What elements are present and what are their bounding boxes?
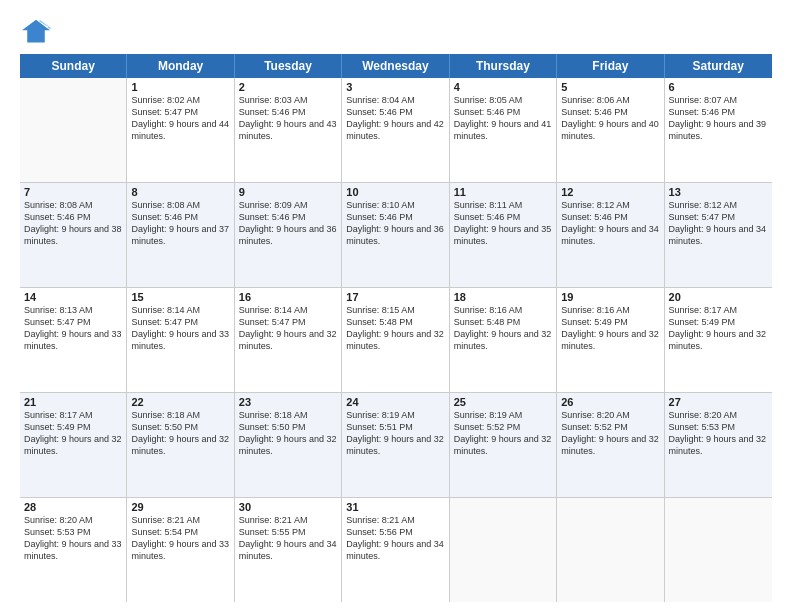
logo [20, 18, 56, 46]
day-cell-28: 28Sunrise: 8:20 AMSunset: 5:53 PMDayligh… [20, 498, 127, 602]
day-info: Sunrise: 8:17 AMSunset: 5:49 PMDaylight:… [669, 304, 768, 353]
weekday-header-monday: Monday [127, 54, 234, 78]
day-number: 2 [239, 81, 337, 93]
day-number: 19 [561, 291, 659, 303]
day-info: Sunrise: 8:15 AMSunset: 5:48 PMDaylight:… [346, 304, 444, 353]
day-info: Sunrise: 8:05 AMSunset: 5:46 PMDaylight:… [454, 94, 552, 143]
day-info: Sunrise: 8:11 AMSunset: 5:46 PMDaylight:… [454, 199, 552, 248]
empty-cell [450, 498, 557, 602]
day-info: Sunrise: 8:09 AMSunset: 5:46 PMDaylight:… [239, 199, 337, 248]
day-info: Sunrise: 8:14 AMSunset: 5:47 PMDaylight:… [239, 304, 337, 353]
day-number: 21 [24, 396, 122, 408]
empty-cell [20, 78, 127, 182]
day-info: Sunrise: 8:08 AMSunset: 5:46 PMDaylight:… [131, 199, 229, 248]
day-number: 3 [346, 81, 444, 93]
day-number: 7 [24, 186, 122, 198]
weekday-header-saturday: Saturday [665, 54, 772, 78]
calendar: SundayMondayTuesdayWednesdayThursdayFrid… [20, 54, 772, 602]
day-info: Sunrise: 8:19 AMSunset: 5:51 PMDaylight:… [346, 409, 444, 458]
day-cell-25: 25Sunrise: 8:19 AMSunset: 5:52 PMDayligh… [450, 393, 557, 497]
day-number: 8 [131, 186, 229, 198]
day-info: Sunrise: 8:14 AMSunset: 5:47 PMDaylight:… [131, 304, 229, 353]
day-info: Sunrise: 8:16 AMSunset: 5:48 PMDaylight:… [454, 304, 552, 353]
day-number: 31 [346, 501, 444, 513]
day-cell-8: 8Sunrise: 8:08 AMSunset: 5:46 PMDaylight… [127, 183, 234, 287]
day-cell-2: 2Sunrise: 8:03 AMSunset: 5:46 PMDaylight… [235, 78, 342, 182]
day-info: Sunrise: 8:10 AMSunset: 5:46 PMDaylight:… [346, 199, 444, 248]
day-cell-22: 22Sunrise: 8:18 AMSunset: 5:50 PMDayligh… [127, 393, 234, 497]
day-cell-30: 30Sunrise: 8:21 AMSunset: 5:55 PMDayligh… [235, 498, 342, 602]
day-cell-17: 17Sunrise: 8:15 AMSunset: 5:48 PMDayligh… [342, 288, 449, 392]
day-cell-13: 13Sunrise: 8:12 AMSunset: 5:47 PMDayligh… [665, 183, 772, 287]
day-cell-7: 7Sunrise: 8:08 AMSunset: 5:46 PMDaylight… [20, 183, 127, 287]
day-number: 27 [669, 396, 768, 408]
day-number: 30 [239, 501, 337, 513]
logo-icon [20, 18, 52, 46]
day-number: 17 [346, 291, 444, 303]
week-row-4: 21Sunrise: 8:17 AMSunset: 5:49 PMDayligh… [20, 393, 772, 498]
day-number: 5 [561, 81, 659, 93]
day-cell-1: 1Sunrise: 8:02 AMSunset: 5:47 PMDaylight… [127, 78, 234, 182]
day-number: 14 [24, 291, 122, 303]
day-cell-26: 26Sunrise: 8:20 AMSunset: 5:52 PMDayligh… [557, 393, 664, 497]
day-cell-12: 12Sunrise: 8:12 AMSunset: 5:46 PMDayligh… [557, 183, 664, 287]
day-cell-9: 9Sunrise: 8:09 AMSunset: 5:46 PMDaylight… [235, 183, 342, 287]
day-number: 20 [669, 291, 768, 303]
weekday-header-tuesday: Tuesday [235, 54, 342, 78]
week-row-2: 7Sunrise: 8:08 AMSunset: 5:46 PMDaylight… [20, 183, 772, 288]
day-info: Sunrise: 8:03 AMSunset: 5:46 PMDaylight:… [239, 94, 337, 143]
day-number: 6 [669, 81, 768, 93]
day-info: Sunrise: 8:21 AMSunset: 5:55 PMDaylight:… [239, 514, 337, 563]
weekday-header-thursday: Thursday [450, 54, 557, 78]
week-row-3: 14Sunrise: 8:13 AMSunset: 5:47 PMDayligh… [20, 288, 772, 393]
day-info: Sunrise: 8:06 AMSunset: 5:46 PMDaylight:… [561, 94, 659, 143]
header [20, 18, 772, 46]
day-cell-16: 16Sunrise: 8:14 AMSunset: 5:47 PMDayligh… [235, 288, 342, 392]
day-number: 4 [454, 81, 552, 93]
svg-marker-0 [22, 20, 50, 43]
page: SundayMondayTuesdayWednesdayThursdayFrid… [0, 0, 792, 612]
day-info: Sunrise: 8:07 AMSunset: 5:46 PMDaylight:… [669, 94, 768, 143]
day-number: 26 [561, 396, 659, 408]
weekday-header-friday: Friday [557, 54, 664, 78]
day-cell-23: 23Sunrise: 8:18 AMSunset: 5:50 PMDayligh… [235, 393, 342, 497]
day-cell-14: 14Sunrise: 8:13 AMSunset: 5:47 PMDayligh… [20, 288, 127, 392]
day-info: Sunrise: 8:02 AMSunset: 5:47 PMDaylight:… [131, 94, 229, 143]
day-number: 18 [454, 291, 552, 303]
day-cell-19: 19Sunrise: 8:16 AMSunset: 5:49 PMDayligh… [557, 288, 664, 392]
day-cell-31: 31Sunrise: 8:21 AMSunset: 5:56 PMDayligh… [342, 498, 449, 602]
day-info: Sunrise: 8:21 AMSunset: 5:54 PMDaylight:… [131, 514, 229, 563]
day-cell-27: 27Sunrise: 8:20 AMSunset: 5:53 PMDayligh… [665, 393, 772, 497]
day-number: 29 [131, 501, 229, 513]
day-info: Sunrise: 8:20 AMSunset: 5:52 PMDaylight:… [561, 409, 659, 458]
day-cell-15: 15Sunrise: 8:14 AMSunset: 5:47 PMDayligh… [127, 288, 234, 392]
day-info: Sunrise: 8:12 AMSunset: 5:46 PMDaylight:… [561, 199, 659, 248]
weekday-header-sunday: Sunday [20, 54, 127, 78]
day-info: Sunrise: 8:20 AMSunset: 5:53 PMDaylight:… [669, 409, 768, 458]
day-info: Sunrise: 8:12 AMSunset: 5:47 PMDaylight:… [669, 199, 768, 248]
day-number: 28 [24, 501, 122, 513]
day-cell-18: 18Sunrise: 8:16 AMSunset: 5:48 PMDayligh… [450, 288, 557, 392]
empty-cell [557, 498, 664, 602]
day-number: 9 [239, 186, 337, 198]
day-number: 25 [454, 396, 552, 408]
day-info: Sunrise: 8:17 AMSunset: 5:49 PMDaylight:… [24, 409, 122, 458]
day-number: 10 [346, 186, 444, 198]
day-number: 13 [669, 186, 768, 198]
week-row-1: 1Sunrise: 8:02 AMSunset: 5:47 PMDaylight… [20, 78, 772, 183]
day-cell-24: 24Sunrise: 8:19 AMSunset: 5:51 PMDayligh… [342, 393, 449, 497]
day-info: Sunrise: 8:18 AMSunset: 5:50 PMDaylight:… [239, 409, 337, 458]
day-number: 23 [239, 396, 337, 408]
day-number: 16 [239, 291, 337, 303]
day-number: 11 [454, 186, 552, 198]
day-cell-10: 10Sunrise: 8:10 AMSunset: 5:46 PMDayligh… [342, 183, 449, 287]
day-info: Sunrise: 8:18 AMSunset: 5:50 PMDaylight:… [131, 409, 229, 458]
day-info: Sunrise: 8:13 AMSunset: 5:47 PMDaylight:… [24, 304, 122, 353]
day-number: 22 [131, 396, 229, 408]
week-row-5: 28Sunrise: 8:20 AMSunset: 5:53 PMDayligh… [20, 498, 772, 602]
day-cell-20: 20Sunrise: 8:17 AMSunset: 5:49 PMDayligh… [665, 288, 772, 392]
day-info: Sunrise: 8:20 AMSunset: 5:53 PMDaylight:… [24, 514, 122, 563]
day-cell-5: 5Sunrise: 8:06 AMSunset: 5:46 PMDaylight… [557, 78, 664, 182]
day-number: 15 [131, 291, 229, 303]
day-cell-11: 11Sunrise: 8:11 AMSunset: 5:46 PMDayligh… [450, 183, 557, 287]
